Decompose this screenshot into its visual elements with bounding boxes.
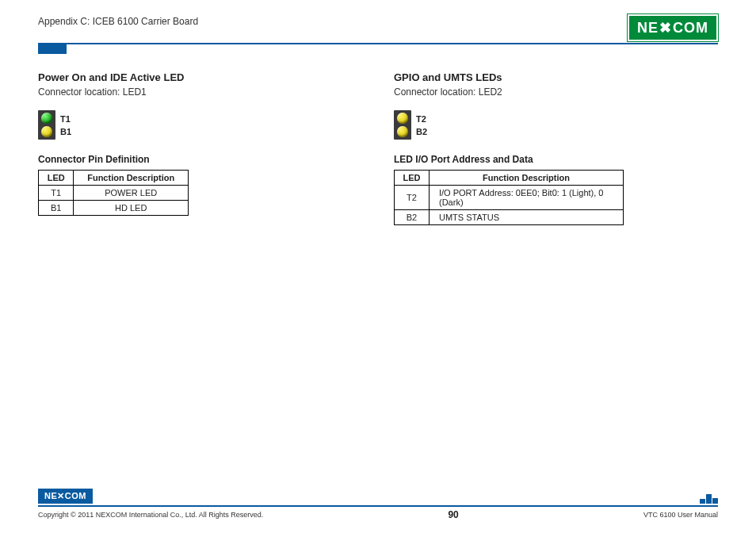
page-footer: NE✕COM Copyright © 2011 NEXCOM Internati… [38,489,718,520]
io-subhead: LED I/O Port Address and Data [394,154,718,165]
th-func: Function Description [430,171,624,186]
section-title: GPIO and UMTS LEDs [394,71,718,83]
nexcom-logo-small: NE✕COM [38,489,93,504]
logo-text-left: NE [637,20,659,36]
connector-table-led2: LED Function Description T2 I/O PORT Add… [394,170,624,225]
table-row: B2 UMTS STATUS [395,210,624,225]
section-gpio-umts-led: GPIO and UMTS LEDs Connector location: L… [394,71,718,225]
copyright-text: Copyright © 2011 NEXCOM International Co… [38,511,263,519]
led-b2-icon [397,126,408,137]
doc-title: VTC 6100 User Manual [643,511,718,519]
led-label-b1: B1 [60,127,71,136]
led-b1-icon [41,126,52,137]
th-led: LED [395,171,430,186]
led2-diagram: T2 B2 [394,110,718,140]
table-row: T1 POWER LED [39,186,189,201]
led-t1-icon [41,113,52,124]
footer-decoration-icon [700,494,718,504]
nexcom-logo: NE✖COM [628,14,718,41]
th-led: LED [39,171,74,186]
led-label-b2: B2 [416,127,427,136]
appendix-title: Appendix C: ICEB 6100 Carrier Board [38,14,198,27]
led1-diagram: T1 B1 [38,110,362,140]
section-title: Power On and IDE Active LED [38,71,362,83]
page-header: Appendix C: ICEB 6100 Carrier Board NE✖C… [38,14,718,41]
table-row: B1 HD LED [39,201,189,216]
led-label-t2: T2 [416,114,427,124]
led-housing [394,110,411,140]
logo-text-right: COM [673,20,708,36]
connector-table-led1: LED Function Description T1 POWER LED B1… [38,170,189,216]
header-rule [38,43,718,44]
section-subtitle: Connector location: LED2 [394,86,718,98]
page-number: 90 [448,509,458,520]
section-power-ide-led: Power On and IDE Active LED Connector lo… [38,71,362,225]
led-housing [38,110,55,140]
led-label-t1: T1 [60,114,71,124]
connector-subhead: Connector Pin Definition [38,154,362,165]
table-row: T2 I/O PORT Address: 0EE0; Bit0: 1 (Ligh… [395,186,624,210]
led-t2-icon [397,113,408,124]
th-func: Function Description [74,171,189,186]
section-subtitle: Connector location: LED1 [38,86,362,98]
logo-x-icon: ✖ [659,19,672,36]
